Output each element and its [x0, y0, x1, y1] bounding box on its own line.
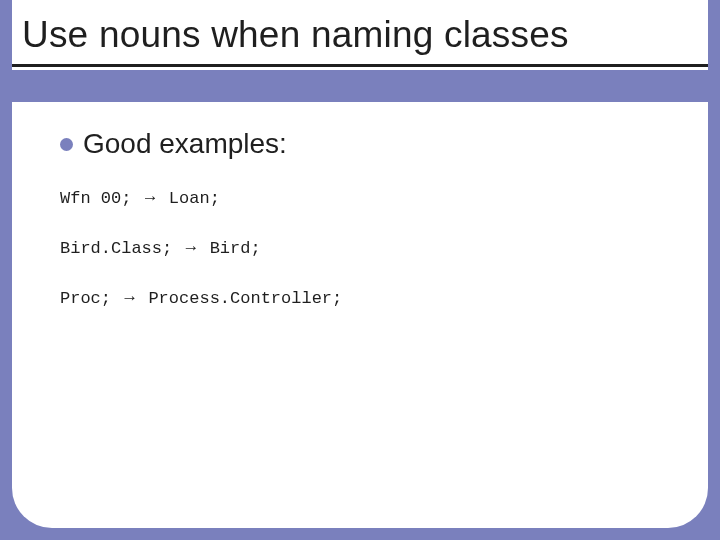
example-to: Bird; [210, 239, 261, 258]
arrow-icon: → [182, 238, 199, 257]
arrow-icon: → [142, 188, 159, 207]
example-line: Proc; → Process.Controller; [60, 288, 668, 308]
example-to: Process.Controller; [148, 289, 342, 308]
slide-content: Good examples: Wfn 00; → Loan; Bird.Clas… [60, 128, 668, 338]
example-line: Bird.Class; → Bird; [60, 238, 668, 258]
bullet-dot-icon [60, 138, 73, 151]
example-from: Proc; [60, 289, 111, 308]
example-line: Wfn 00; → Loan; [60, 188, 668, 208]
example-from: Wfn 00; [60, 189, 131, 208]
arrow-icon: → [121, 288, 138, 307]
bullet-item: Good examples: [60, 128, 668, 160]
example-from: Bird.Class; [60, 239, 172, 258]
bullet-text: Good examples: [83, 128, 287, 160]
example-to: Loan; [169, 189, 220, 208]
